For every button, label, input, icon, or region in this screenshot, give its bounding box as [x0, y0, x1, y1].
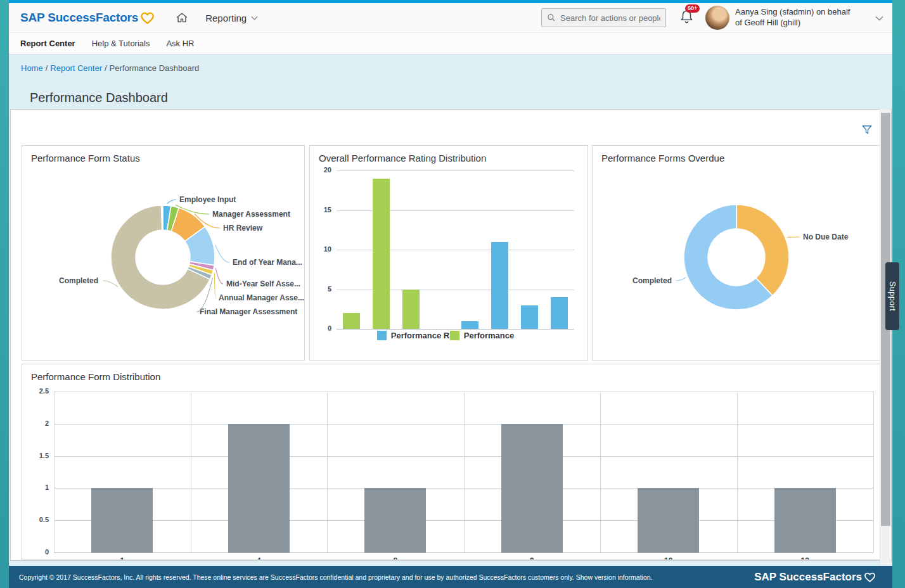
bar[interactable] — [461, 321, 478, 329]
user-menu-chevron[interactable] — [875, 12, 883, 23]
leader-line — [676, 278, 686, 281]
bar[interactable] — [402, 290, 420, 329]
home-button[interactable] — [175, 11, 189, 25]
legend-item[interactable]: Performance Ra... — [377, 331, 445, 340]
footer-logo-text: SAP SuccessFactors — [754, 571, 862, 584]
user-name: Aanya Sing (sfadmin) on behalf of Geoff … — [735, 7, 871, 29]
legend-swatch — [377, 331, 387, 340]
module-menu-reporting[interactable]: Reporting — [205, 13, 258, 23]
axis-tick-label: 2.5 — [22, 387, 49, 395]
axis-tick-label: 8 — [327, 556, 464, 560]
avatar[interactable] — [705, 6, 729, 30]
gridline — [464, 392, 465, 553]
vertical-scrollbar[interactable] — [880, 109, 890, 566]
breadcrumb-report-center-link[interactable]: Report Center — [50, 63, 102, 73]
breadcrumb-separator: / — [105, 63, 107, 73]
filter-button[interactable] — [861, 124, 873, 138]
bar[interactable] — [774, 488, 836, 553]
bar[interactable] — [343, 313, 360, 329]
axis-tick-label: 0 — [22, 548, 49, 556]
legend-label: Performance Ra... — [391, 331, 452, 340]
copyright-text: Copyright © 2017 SuccessFactors, Inc. Al… — [19, 573, 754, 581]
footer: Copyright © 2017 SuccessFactors, Inc. Al… — [9, 566, 892, 588]
footer-heart-icon — [864, 572, 876, 583]
gridline — [327, 392, 328, 553]
donut-slice[interactable] — [736, 205, 789, 296]
app-area: SAP SuccessFactors Reporting 50+ Aanya — [9, 3, 892, 588]
breadcrumb: Home/Report Center/Performance Dashboard — [21, 63, 199, 73]
forms-overdue-donut-chart — [593, 146, 880, 361]
chart-card-performance-form-distribution: Performance Form Distribution 00.511.522… — [22, 364, 880, 560]
notifications-button[interactable]: 50+ — [679, 9, 695, 27]
chart-legend: Performance Ra... Performance — [310, 331, 587, 340]
logo-text: SAP SuccessFactors — [20, 11, 138, 25]
bar[interactable] — [638, 488, 699, 553]
tab-help-tutorials[interactable]: Help & Tutorials — [92, 39, 150, 48]
chart-card-performance-forms-overdue: Performance Forms Overdue No Due DateCom… — [592, 145, 880, 361]
breadcrumb-current: Performance Dashboard — [110, 63, 200, 73]
show-version-link[interactable]: Show version information. — [576, 573, 653, 581]
bar[interactable] — [364, 488, 426, 553]
user-name-line2: of Geoff Hill (ghill) — [735, 18, 871, 29]
chevron-down-icon — [251, 16, 258, 20]
gridline — [873, 392, 874, 553]
copyright-prefix: Copyright © — [19, 573, 56, 581]
funnel-icon — [861, 124, 873, 136]
axis-tick-label: 9 — [464, 556, 601, 560]
bar[interactable] — [521, 305, 538, 329]
axis-tick-label: 1.5 — [22, 452, 49, 459]
page-title: Performance Dashboard — [30, 91, 168, 105]
sap-successfactors-logo: SAP SuccessFactors — [20, 11, 155, 25]
search-box[interactable] — [541, 8, 666, 27]
gridline — [600, 392, 601, 553]
user-name-line1: Aanya Sing (sfadmin) on behalf — [735, 7, 871, 18]
axis-tick-label: 0.5 — [22, 516, 49, 523]
page-frame: SAP SuccessFactors Reporting 50+ Aanya — [0, 0, 905, 588]
axis-tick-label: 10 — [310, 245, 331, 253]
search-input[interactable] — [560, 13, 660, 23]
legend-label: Performance — [464, 331, 514, 340]
axis-tick-label: 1 — [22, 483, 49, 491]
module-menu-label: Reporting — [205, 13, 247, 23]
home-icon — [175, 11, 189, 25]
axis-tick-label: 4 — [191, 556, 328, 560]
gridline — [737, 392, 738, 553]
tab-ask-hr[interactable]: Ask HR — [166, 39, 194, 48]
bar[interactable] — [228, 424, 290, 553]
bar[interactable] — [491, 242, 508, 329]
axis-tick-label: 20 — [310, 166, 331, 174]
gridline — [337, 170, 574, 171]
tab-report-center[interactable]: Report Center — [20, 39, 75, 48]
legend-item[interactable]: Performance — [450, 331, 520, 340]
axis-tick-label: 13 — [737, 556, 874, 560]
gridline — [54, 392, 55, 553]
bar[interactable] — [501, 424, 563, 553]
notification-count-badge: 50+ — [685, 4, 700, 13]
global-header: SAP SuccessFactors Reporting 50+ Aanya — [9, 3, 892, 33]
copyright-body: All rights reserved. These online servic… — [134, 573, 575, 581]
gridline — [54, 553, 873, 553]
bar[interactable] — [91, 488, 153, 553]
dashboard-panel: Performance Form Status Employee InputMa… — [10, 109, 892, 561]
gridline — [337, 329, 574, 329]
chevron-down-icon — [875, 16, 883, 21]
bar[interactable] — [373, 179, 390, 329]
chart-title: Overall Performance Rating Distribution — [319, 153, 486, 163]
bar[interactable] — [551, 297, 568, 329]
leader-line — [215, 245, 229, 262]
axis-tick-label: 5 — [310, 285, 331, 293]
footer-sap-successfactors-logo: SAP SuccessFactors — [754, 571, 876, 584]
breadcrumb-home-link[interactable]: Home — [21, 63, 43, 73]
secondary-nav: Report Center Help & Tutorials Ask HR — [9, 33, 892, 54]
axis-tick-label: 0 — [310, 324, 331, 332]
chart-card-performance-form-status: Performance Form Status Employee InputMa… — [22, 145, 305, 361]
axis-tick-label: 2 — [22, 419, 49, 427]
successfactors-link[interactable]: 2017 SuccessFactors, Inc. — [56, 573, 135, 581]
form-status-donut-chart — [22, 146, 305, 361]
search-icon — [547, 13, 556, 23]
leader-line — [167, 200, 176, 203]
support-tab[interactable]: Support — [885, 262, 899, 330]
axis-tick-label: 15 — [310, 206, 331, 214]
axis-tick-label: 10 — [600, 556, 737, 560]
breadcrumb-separator: / — [46, 63, 48, 73]
